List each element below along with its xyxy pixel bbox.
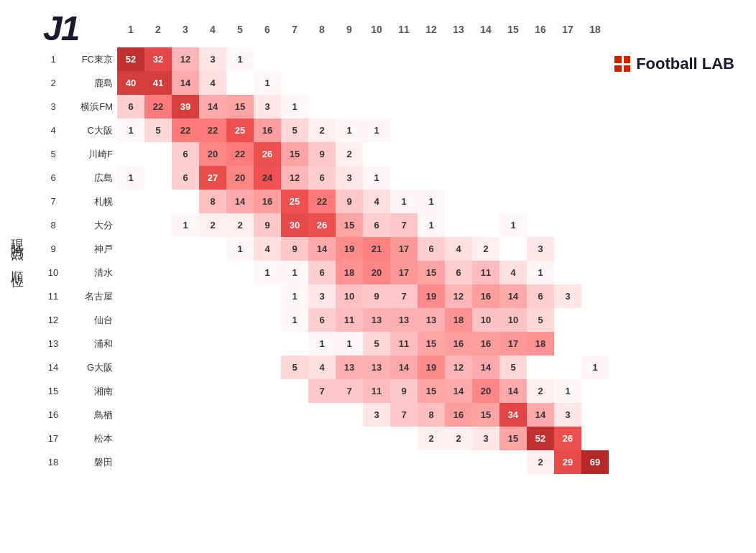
cell-r17-c18	[581, 427, 609, 450]
col-header-8: 8	[308, 11, 336, 47]
cell-r7-c18	[581, 190, 609, 213]
cell-r5-c7: 15	[281, 142, 308, 166]
cell-r10-c11: 17	[390, 261, 418, 284]
cell-r11-c10: 9	[363, 284, 390, 308]
cell-r6-c6: 24	[254, 166, 281, 190]
cell-r16-c13: 16	[445, 403, 472, 427]
cell-r2-c5	[226, 71, 254, 95]
cell-r18-c18: 69	[581, 450, 609, 474]
cell-r12-c12: 13	[418, 308, 445, 332]
col-header-10: 10	[363, 11, 390, 47]
cell-r4-c7: 5	[281, 118, 308, 142]
cell-r12-c6	[254, 308, 281, 332]
team-name: 浦和	[63, 332, 117, 356]
cell-r8-c12: 1	[418, 213, 445, 237]
cell-r17-c11	[390, 427, 418, 450]
cell-r13-c15: 17	[499, 332, 527, 356]
cell-r13-c2	[144, 332, 172, 356]
cell-r1-c10	[363, 47, 390, 71]
cell-r13-c12: 15	[418, 332, 445, 356]
cell-r12-c17	[554, 308, 581, 332]
cell-r9-c1	[117, 237, 144, 261]
cell-r3-c17	[554, 95, 581, 118]
team-name: 磐田	[63, 450, 117, 474]
table-row: 18磐田22969	[43, 450, 609, 474]
cell-r11-c3	[172, 284, 199, 308]
cell-r4-c10: 1	[363, 118, 390, 142]
cell-r10-c2	[144, 261, 172, 284]
cell-r9-c13: 4	[445, 237, 472, 261]
cell-r12-c8: 6	[308, 308, 336, 332]
col-header-12: 12	[418, 11, 445, 47]
football-lab-logo: Football LAB	[614, 55, 734, 73]
cell-r6-c2	[144, 166, 172, 190]
cell-r13-c9: 1	[336, 332, 363, 356]
cell-r7-c3	[172, 190, 199, 213]
rank-number: 3	[43, 95, 63, 118]
team-name: 湘南	[63, 379, 117, 403]
cell-r3-c18	[581, 95, 609, 118]
cell-r17-c5	[226, 427, 254, 450]
cell-r3-c1: 6	[117, 95, 144, 118]
cell-r14-c17	[554, 356, 581, 379]
cell-r3-c4: 14	[199, 95, 226, 118]
cell-r1-c13	[445, 47, 472, 71]
cell-r8-c15: 1	[499, 213, 527, 237]
cell-r5-c16	[527, 142, 554, 166]
cell-r5-c17	[554, 142, 581, 166]
cell-r2-c1: 40	[117, 71, 144, 95]
cell-r1-c2: 32	[144, 47, 172, 71]
team-name: 清水	[63, 261, 117, 284]
rank-number: 11	[43, 284, 63, 308]
simulation-table: J1 123456789101112131415161718 1FC東京5232…	[43, 11, 609, 474]
cell-r6-c13	[445, 166, 472, 190]
cell-r7-c16	[527, 190, 554, 213]
cell-r1-c7	[281, 47, 308, 71]
cell-r1-c6	[254, 47, 281, 71]
cell-r17-c3	[172, 427, 199, 450]
cell-r6-c12	[418, 166, 445, 190]
cell-r11-c1	[117, 284, 144, 308]
cell-r16-c6	[254, 403, 281, 427]
cell-r6-c15	[499, 166, 527, 190]
cell-r4-c17	[554, 118, 581, 142]
cell-r10-c13: 6	[445, 261, 472, 284]
cell-r10-c1	[117, 261, 144, 284]
col-header-3: 3	[172, 11, 199, 47]
cell-r1-c8	[308, 47, 336, 71]
cell-r6-c5: 20	[226, 166, 254, 190]
cell-r17-c1	[117, 427, 144, 450]
cell-r2-c18	[581, 71, 609, 95]
table-row: 2鹿島40411441	[43, 71, 609, 95]
cell-r4-c6: 16	[254, 118, 281, 142]
cell-r17-c15: 15	[499, 427, 527, 450]
team-name: 鳥栖	[63, 403, 117, 427]
cell-r13-c13: 16	[445, 332, 472, 356]
logo-area: Football LAB	[614, 55, 734, 73]
cell-r17-c8	[308, 427, 336, 450]
cell-r10-c14: 11	[472, 261, 499, 284]
cell-r15-c8: 7	[308, 379, 336, 403]
cell-r12-c4	[199, 308, 226, 332]
cell-r12-c7: 1	[281, 308, 308, 332]
football-lab-text: Football LAB	[636, 55, 734, 73]
cell-r2-c13	[445, 71, 472, 95]
cell-r11-c11: 7	[390, 284, 418, 308]
cell-r12-c10: 13	[363, 308, 390, 332]
team-name: 横浜FM	[63, 95, 117, 118]
cell-r1-c15	[499, 47, 527, 71]
cell-r10-c12: 15	[418, 261, 445, 284]
rank-number: 5	[43, 142, 63, 166]
cell-r11-c12: 19	[418, 284, 445, 308]
col-header-7: 7	[281, 11, 308, 47]
cell-r10-c17	[554, 261, 581, 284]
cell-r11-c17: 3	[554, 284, 581, 308]
cell-r1-c1: 52	[117, 47, 144, 71]
cell-r9-c6: 4	[254, 237, 281, 261]
cell-r15-c7	[281, 379, 308, 403]
team-name: FC東京	[63, 47, 117, 71]
cell-r18-c17: 29	[554, 450, 581, 474]
team-name: G大阪	[63, 356, 117, 379]
cell-r4-c14	[472, 118, 499, 142]
cell-r13-c3	[172, 332, 199, 356]
